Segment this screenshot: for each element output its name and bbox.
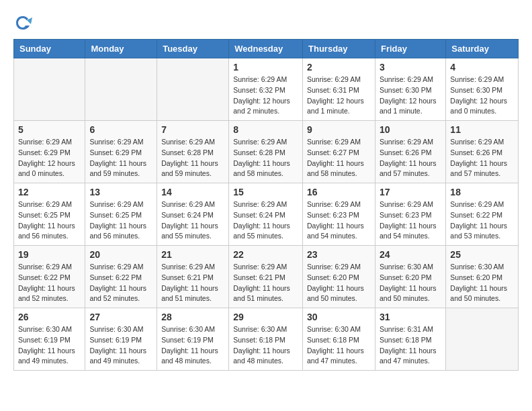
day-number: 27 [89,312,152,322]
day-number: 15 [233,187,298,197]
column-header-friday: Friday [375,40,445,58]
calendar-header: SundayMondayTuesdayWednesdayThursdayFrid… [14,40,519,58]
day-number: 7 [161,124,224,135]
calendar-cell: 4Sunrise: 6:29 AMSunset: 6:30 PMDaylight… [446,58,519,121]
page-header [13,13,519,32]
day-info: Sunrise: 6:29 AMSunset: 6:20 PMDaylight:… [307,262,371,304]
day-number: 25 [450,249,514,260]
calendar-cell: 29Sunrise: 6:30 AMSunset: 6:18 PMDayligh… [229,308,303,371]
day-info: Sunrise: 6:30 AMSunset: 6:19 PMDaylight:… [89,324,152,367]
day-info: Sunrise: 6:29 AMSunset: 6:22 PMDaylight:… [450,199,514,242]
day-number: 9 [307,124,371,135]
day-info: Sunrise: 6:29 AMSunset: 6:23 PMDaylight:… [307,199,371,242]
day-number: 14 [161,187,224,197]
calendar-cell: 30Sunrise: 6:30 AMSunset: 6:18 PMDayligh… [303,308,375,371]
day-info: Sunrise: 6:29 AMSunset: 6:22 PMDaylight:… [18,262,81,304]
day-info: Sunrise: 6:29 AMSunset: 6:21 PMDaylight:… [233,262,298,304]
day-number: 28 [161,312,224,322]
day-info: Sunrise: 6:29 AMSunset: 6:25 PMDaylight:… [89,199,152,242]
calendar-cell: 7Sunrise: 6:29 AMSunset: 6:28 PMDaylight… [157,121,229,183]
calendar-cell: 11Sunrise: 6:29 AMSunset: 6:26 PMDayligh… [446,121,519,183]
calendar-cell: 10Sunrise: 6:29 AMSunset: 6:26 PMDayligh… [375,121,445,183]
day-info: Sunrise: 6:30 AMSunset: 6:18 PMDaylight:… [307,324,371,367]
calendar-cell: 12Sunrise: 6:29 AMSunset: 6:25 PMDayligh… [14,183,85,246]
day-info: Sunrise: 6:29 AMSunset: 6:24 PMDaylight:… [233,199,298,242]
calendar-cell: 9Sunrise: 6:29 AMSunset: 6:27 PMDaylight… [303,121,375,183]
day-info: Sunrise: 6:30 AMSunset: 6:19 PMDaylight:… [161,324,224,367]
day-number: 30 [307,312,371,322]
column-header-monday: Monday [85,40,157,58]
day-number: 19 [18,249,81,260]
calendar-cell: 19Sunrise: 6:29 AMSunset: 6:22 PMDayligh… [14,246,85,308]
week-row-1: 1Sunrise: 6:29 AMSunset: 6:32 PMDaylight… [14,58,519,121]
day-number: 31 [380,312,441,322]
calendar-cell: 24Sunrise: 6:30 AMSunset: 6:20 PMDayligh… [375,246,445,308]
day-info: Sunrise: 6:31 AMSunset: 6:18 PMDaylight:… [380,324,441,367]
day-info: Sunrise: 6:29 AMSunset: 6:31 PMDaylight:… [307,75,371,117]
calendar-cell: 31Sunrise: 6:31 AMSunset: 6:18 PMDayligh… [375,308,445,371]
column-header-saturday: Saturday [446,40,519,58]
column-header-tuesday: Tuesday [157,40,229,58]
day-info: Sunrise: 6:30 AMSunset: 6:20 PMDaylight:… [450,262,514,304]
day-info: Sunrise: 6:29 AMSunset: 6:26 PMDaylight:… [450,137,514,179]
day-number: 5 [18,124,81,135]
day-number: 10 [380,124,441,135]
calendar-cell: 28Sunrise: 6:30 AMSunset: 6:19 PMDayligh… [157,308,229,371]
day-number: 23 [307,249,371,260]
calendar-cell: 22Sunrise: 6:29 AMSunset: 6:21 PMDayligh… [229,246,303,308]
day-number: 4 [450,62,514,73]
calendar-cell [446,308,519,371]
day-info: Sunrise: 6:30 AMSunset: 6:20 PMDaylight:… [380,262,441,304]
day-info: Sunrise: 6:29 AMSunset: 6:21 PMDaylight:… [161,262,224,304]
day-number: 12 [18,187,81,197]
day-number: 20 [89,249,152,260]
day-info: Sunrise: 6:29 AMSunset: 6:30 PMDaylight:… [450,75,514,117]
day-info: Sunrise: 6:29 AMSunset: 6:29 PMDaylight:… [89,137,152,179]
day-info: Sunrise: 6:29 AMSunset: 6:30 PMDaylight:… [380,75,441,117]
day-info: Sunrise: 6:30 AMSunset: 6:18 PMDaylight:… [233,324,298,367]
calendar-cell [85,58,157,121]
day-info: Sunrise: 6:29 AMSunset: 6:25 PMDaylight:… [18,199,81,242]
calendar-cell: 23Sunrise: 6:29 AMSunset: 6:20 PMDayligh… [303,246,375,308]
column-header-sunday: Sunday [14,40,85,58]
calendar-cell [14,58,85,121]
day-info: Sunrise: 6:29 AMSunset: 6:26 PMDaylight:… [380,137,441,179]
calendar-cell: 15Sunrise: 6:29 AMSunset: 6:24 PMDayligh… [229,183,303,246]
day-number: 3 [380,62,441,73]
calendar-body: 1Sunrise: 6:29 AMSunset: 6:32 PMDaylight… [14,58,519,371]
day-info: Sunrise: 6:29 AMSunset: 6:29 PMDaylight:… [18,137,81,179]
column-header-thursday: Thursday [303,40,375,58]
logo [13,13,35,32]
calendar-cell: 14Sunrise: 6:29 AMSunset: 6:24 PMDayligh… [157,183,229,246]
day-info: Sunrise: 6:30 AMSunset: 6:19 PMDaylight:… [18,324,81,367]
calendar-cell: 17Sunrise: 6:29 AMSunset: 6:23 PMDayligh… [375,183,445,246]
day-number: 18 [450,187,514,197]
calendar-cell: 18Sunrise: 6:29 AMSunset: 6:22 PMDayligh… [446,183,519,246]
day-number: 1 [233,62,298,73]
week-row-2: 5Sunrise: 6:29 AMSunset: 6:29 PMDaylight… [14,121,519,183]
day-number: 24 [380,249,441,260]
header-row: SundayMondayTuesdayWednesdayThursdayFrid… [14,40,519,58]
day-number: 8 [233,124,298,135]
day-number: 2 [307,62,371,73]
day-number: 22 [233,249,298,260]
day-number: 26 [18,312,81,322]
day-number: 16 [307,187,371,197]
calendar-cell: 20Sunrise: 6:29 AMSunset: 6:22 PMDayligh… [85,246,157,308]
day-info: Sunrise: 6:29 AMSunset: 6:23 PMDaylight:… [380,199,441,242]
calendar-cell: 16Sunrise: 6:29 AMSunset: 6:23 PMDayligh… [303,183,375,246]
calendar-cell: 2Sunrise: 6:29 AMSunset: 6:31 PMDaylight… [303,58,375,121]
day-info: Sunrise: 6:29 AMSunset: 6:27 PMDaylight:… [307,137,371,179]
week-row-4: 19Sunrise: 6:29 AMSunset: 6:22 PMDayligh… [14,246,519,308]
calendar-cell: 21Sunrise: 6:29 AMSunset: 6:21 PMDayligh… [157,246,229,308]
logo-icon [13,13,32,32]
day-number: 17 [380,187,441,197]
calendar-cell: 6Sunrise: 6:29 AMSunset: 6:29 PMDaylight… [85,121,157,183]
calendar-cell: 27Sunrise: 6:30 AMSunset: 6:19 PMDayligh… [85,308,157,371]
day-number: 6 [89,124,152,135]
calendar-cell: 1Sunrise: 6:29 AMSunset: 6:32 PMDaylight… [229,58,303,121]
calendar-cell [157,58,229,121]
day-info: Sunrise: 6:29 AMSunset: 6:22 PMDaylight:… [89,262,152,304]
day-info: Sunrise: 6:29 AMSunset: 6:24 PMDaylight:… [161,199,224,242]
calendar-cell: 13Sunrise: 6:29 AMSunset: 6:25 PMDayligh… [85,183,157,246]
